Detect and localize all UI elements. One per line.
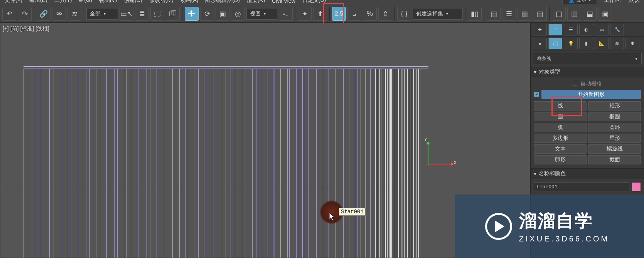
select-place-button[interactable]: ◎ [231,7,245,21]
hierarchy-tab[interactable]: ☰ [564,24,578,35]
unlink-button[interactable]: ⚮ [52,7,66,21]
selection-filter-dropdown[interactable]: 全部▾ [86,8,118,20]
circle-button[interactable]: 圆 [534,112,587,121]
rollout-name-color-header[interactable]: ▾ 名称和颜色 [531,168,644,179]
menu-file[interactable]: 文件(F) [5,0,22,4]
separator [295,7,295,20]
shapes-cat[interactable]: ◯ [548,38,562,49]
systems-cat[interactable]: ✱ [625,38,639,49]
rollout-name-color-label: 名称和颜色 [539,170,566,177]
separator [484,7,484,20]
menu-graph[interactable]: 图形编辑器(D) [205,0,239,4]
motion-tab[interactable]: ◐ [579,24,593,35]
select-move-button[interactable] [185,7,199,21]
named-selection-dropdown[interactable]: 创建选择集▾ [413,8,463,20]
utilities-tab[interactable]: 🔧 [610,24,624,35]
text-button[interactable]: 文本 [534,144,587,154]
chevron-down-icon: ▾ [588,0,591,3]
angle-snap-button[interactable]: ⦟ [347,7,361,21]
menu-modifier[interactable]: 修改器(M) [149,0,174,4]
svg-rect-0 [155,11,160,17]
ref-coord-dropdown[interactable]: 视图▾ [246,8,277,20]
rollout-object-type-label: 对象类型 [539,69,560,75]
name-color-row [531,179,644,194]
redo-button[interactable]: ↷ [18,7,32,21]
material-editor-button[interactable]: ▥ [567,7,581,21]
curve-editor-button[interactable]: ▤ [533,7,547,21]
menu-create[interactable]: 创建(C) [124,0,142,4]
spline-shape: // placeholder - lines generated below a… [24,66,428,258]
menu-group[interactable]: 组(G) [79,0,92,4]
keyboard-shortcut-toggle[interactable]: ⬆ [313,7,327,21]
link-button[interactable]: 🔗 [37,7,51,21]
lights-cat[interactable]: 💡 [564,38,578,49]
menu-edit[interactable]: 编辑(E) [29,0,47,4]
object-color-swatch[interactable] [632,182,641,191]
schematic-view-button[interactable]: ◫ [552,7,566,21]
line-button[interactable]: 线 [534,101,587,111]
helpers-cat[interactable]: 📐 [595,38,609,49]
layer-explorer-button[interactable]: ☰ [502,7,516,21]
rectangle-button[interactable]: 矩形 [588,101,641,111]
axis-x-label: x [454,160,457,164]
spinner-snap-button[interactable]: ⇕ [378,7,392,21]
render-frame-button[interactable]: ▣ [598,7,612,21]
donut-button[interactable]: 圆环 [588,123,641,132]
login-dropdown[interactable]: 👤 登录 ▾ [562,0,597,4]
modify-tab[interactable]: ◠ [548,24,562,35]
toggle-ribbon-button[interactable]: ▦ [518,7,531,21]
select-object-button[interactable]: ▭↖ [120,7,133,21]
percent-snap-button[interactable]: % [363,7,377,21]
section-button[interactable]: 截面 [588,155,641,164]
arc-button[interactable]: 弧 [534,123,587,132]
window-crossing-button[interactable] [166,7,180,21]
cameras-cat[interactable]: ▮ [579,38,593,49]
rollout-object-type-header[interactable]: ▾ 对象类型 [531,67,644,77]
render-setup-button[interactable]: ⬓ [583,7,597,21]
spacewarps-cat[interactable]: ≋ [610,38,624,49]
shape-category-dropdown[interactable]: 样条线 ▾ [533,53,642,64]
separator [329,7,330,20]
object-name-input[interactable] [534,182,629,191]
viewport-front[interactable]: [+] [前] [标准] [线框] // placeholder - lines… [0,23,530,258]
star-button[interactable]: 星形 [588,134,641,143]
edit-named-sel-button[interactable]: { } [397,7,411,21]
shape-buttons-grid: 线 矩形 圆 椭圆 弧 圆环 多边形 星形 文本 螺旋线 卵形 截面 [534,101,641,164]
menu-civil[interactable]: Civil View [272,0,295,4]
rollout-object-type-body: 自动栅格 ✓ 开始新图形 线 矩形 圆 椭圆 弧 圆环 多边形 星形 文本 螺旋… [531,77,644,168]
use-pivot-center-button[interactable]: ▫↓ [279,7,293,21]
select-scale-button[interactable]: ▣ [216,7,229,21]
menu-tools[interactable]: 工具(T) [54,0,72,4]
select-by-name-button[interactable]: ≣ [135,7,149,21]
transform-gizmo[interactable]: x y [405,142,452,189]
select-rotate-button[interactable]: ⟳ [200,7,214,21]
start-new-shape-button[interactable]: 开始新图形 [541,90,641,99]
display-tab[interactable]: ▭ [595,24,609,35]
menu-render[interactable]: 渲染(R) [247,0,265,4]
select-manipulate-button[interactable]: ✦ [298,7,312,21]
undo-button[interactable]: ↶ [2,7,16,21]
user-icon: 👤 [568,0,575,3]
workspace-value[interactable]: 默认 [629,0,639,4]
bind-spacewarp-button[interactable]: ≋ [67,7,81,21]
create-tab[interactable]: ✚ [533,24,547,35]
cursor-icon [329,213,336,223]
helix-button[interactable]: 螺旋线 [588,144,641,154]
menu-view[interactable]: 视图(V) [99,0,117,4]
axis-y-label: y [425,136,427,141]
geometry-cat[interactable]: ● [533,38,547,49]
egg-button[interactable]: 卵形 [534,155,587,164]
snap-toggle-button[interactable]: 2.5 [332,7,346,21]
start-new-shape-checkbox[interactable]: ✓ [534,92,539,97]
autogrid-checkbox[interactable] [573,81,577,85]
menu-anim[interactable]: 动画(A) [180,0,199,4]
ellipse-button[interactable]: 椭圆 [588,112,641,121]
ngon-button[interactable]: 多边形 [534,134,587,143]
viewport-label[interactable]: [+] [前] [标准] [线框] [3,25,49,32]
watermark-url: ZIXUE.3D66.COM [519,235,609,243]
align-button[interactable]: ▤ [487,7,501,21]
mirror-button[interactable]: ▮▯ [468,7,482,21]
rectangular-region-button[interactable] [150,7,164,21]
menu-custom[interactable]: 自定义(U) [302,0,326,4]
hover-tooltip: Star001 [339,208,366,216]
